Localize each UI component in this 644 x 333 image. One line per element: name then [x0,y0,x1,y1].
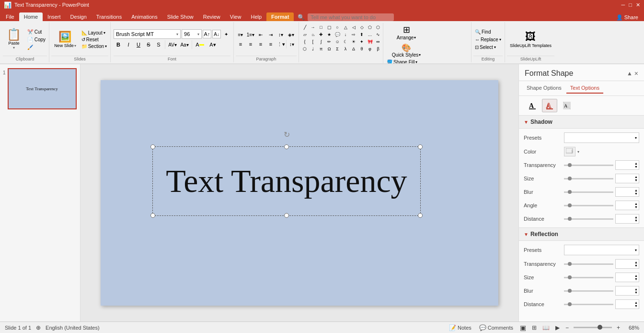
zoom-slider[interactable] [574,325,612,331]
normal-view-button[interactable]: ▣ [519,324,527,332]
search-input[interactable] [308,13,394,21]
line-spacing-button[interactable]: ↕▾ [287,40,297,48]
shape-smiley[interactable]: ☺ [334,38,341,45]
format-painter-button[interactable]: 🖌️ [26,44,47,51]
shape-note[interactable]: ♩ [309,46,317,52]
align-center-button[interactable]: ≡ [246,40,255,48]
minimize-btn[interactable]: ─ [621,2,625,8]
text-fill-icon-btn[interactable]: A [525,99,540,112]
reading-view-button[interactable]: 📖 [541,324,551,331]
shadow-presets-select[interactable]: ▾ [564,132,639,143]
layout-button[interactable]: 📐 Layout ▾ [80,30,108,36]
shape-diamond[interactable]: ◇ [358,24,366,31]
font-color-button[interactable]: A [194,40,206,49]
shape-delta[interactable]: Δ [350,46,357,52]
numbering-button[interactable]: 1≡▾ [246,30,255,39]
tab-help[interactable]: Help [246,12,266,21]
reflection-distance-value[interactable]: ▲▼ [615,299,639,309]
shape-lambda[interactable]: λ [342,46,349,52]
shape-rtri[interactable]: ◁ [350,24,357,31]
shape-sigma[interactable]: Σ [334,46,341,52]
cut-button[interactable]: ✂️ Cut [26,28,47,36]
column-button[interactable]: ⋮▾ [276,40,286,48]
shape-bracket[interactable]: [ [309,38,317,45]
reset-button[interactable]: ↺ Reset [80,36,108,43]
shape-rrect[interactable]: ▢ [325,24,333,31]
tab-format[interactable]: Format [266,12,294,21]
shape-tri[interactable]: △ [342,24,349,31]
shadow-transparency-slider[interactable] [564,162,613,168]
char-spacing-button[interactable]: AV▾ [167,40,178,49]
shape-sun[interactable]: ☀ [350,38,357,45]
slide-thumbnail[interactable]: Text Transparency [8,68,77,109]
section-button[interactable]: 📁 Section ▾ [80,43,108,49]
handle-bl[interactable] [150,213,155,218]
shape-curve[interactable]: ∫ [317,38,325,45]
decrease-indent-button[interactable]: ⇤ [256,30,265,39]
bold-button[interactable]: B [114,40,123,49]
panel-collapse-icon[interactable]: ▲ [627,70,632,77]
shape-pi[interactable]: π [317,46,325,52]
shape-octagon[interactable]: ⬡ [301,46,309,52]
shape-block-arr[interactable]: ⇨ [350,31,357,38]
font-size-dropdown[interactable]: 96 ▾ [182,29,202,39]
shape-star[interactable]: ★ [325,31,333,38]
slideuplift-button[interactable]: 🖼 SlideUpLift Templates [507,29,554,50]
reflection-blur-value[interactable]: ▲▼ [615,286,639,296]
handle-bc[interactable] [284,213,289,218]
shadow-color-picker[interactable] [564,147,575,156]
justify-button[interactable]: ≡ [266,40,276,48]
panel-close-icon[interactable]: × [634,70,638,77]
clear-format-button[interactable]: ✦ [222,30,230,38]
reflection-blur-slider[interactable] [564,288,613,294]
underline-button[interactable]: U [134,40,143,49]
reflection-size-value[interactable]: ▲▼ [615,273,639,282]
tab-animations[interactable]: Animations [126,12,162,21]
text-direction-button[interactable]: ↕▾ [276,30,286,39]
zoom-level[interactable]: 68% [625,325,639,331]
tab-insert[interactable]: Insert [43,12,66,21]
reflection-section-header[interactable]: ▼ Reflection [519,227,644,241]
accessibility-icon[interactable]: ⊕ [36,324,41,331]
reflection-transparency-slider[interactable] [564,261,613,267]
shape-trap[interactable]: ⏢ [309,31,317,38]
align-left-button[interactable]: ≡ [236,40,245,48]
highlight-button[interactable]: A▾ [207,40,219,49]
handle-tl[interactable] [150,144,155,149]
reflection-transparency-value[interactable]: ▲▼ [615,259,639,269]
shape-parr[interactable]: ▱ [301,31,309,38]
align-right-button[interactable]: ≡ [256,40,265,48]
tab-review[interactable]: Review [198,12,225,21]
tab-slideshow[interactable]: Slide Show [162,12,198,21]
slide-sorter-button[interactable]: ⊞ [531,324,538,331]
tab-design[interactable]: Design [66,12,92,21]
shadow-transparency-value[interactable]: ▲ ▼ [615,160,639,170]
zoom-out-button[interactable]: − [564,324,570,331]
tab-home[interactable]: Home [19,12,43,21]
shadow-size-slider[interactable] [564,176,613,181]
shape-block-darr[interactable]: ⬆ [358,31,366,38]
bullets-button[interactable]: ≡▾ [236,30,245,39]
text-box[interactable]: ↻ Text Transparency [152,146,421,216]
shape-block-star[interactable]: ✦ [358,38,366,45]
shadow-section-header[interactable]: ▼ Shadow [519,116,644,129]
text-outline-icon-btn[interactable]: A [542,99,557,112]
copy-button[interactable]: 📄 Copy [26,36,47,43]
rotate-handle[interactable]: ↻ [283,131,290,138]
decrease-font-button[interactable]: A↓ [212,30,221,38]
strikethrough-button[interactable]: S [144,40,153,49]
increase-font-button[interactable]: A↑ [203,30,211,38]
close-btn[interactable]: ✕ [636,2,640,8]
find-button[interactable]: 🔍 Find [473,28,503,36]
change-case-button[interactable]: Aa▾ [179,40,190,49]
shape-omega[interactable]: Ω [325,46,333,52]
notes-button[interactable]: 📝 Notes [447,323,473,332]
slideshow-button[interactable]: ▶ [554,324,561,331]
paste-button[interactable]: 📋 Paste ▾ [3,23,25,56]
shadow-blur-value[interactable]: ▲▼ [615,187,639,197]
shape-hex[interactable]: ⬡ [374,24,382,31]
shape-beta[interactable]: β [374,46,382,52]
shadow-size-value[interactable]: ▲▼ [615,174,639,183]
shadow-distance-value[interactable]: ▲▼ [615,214,639,224]
italic-button[interactable]: I [124,40,133,49]
